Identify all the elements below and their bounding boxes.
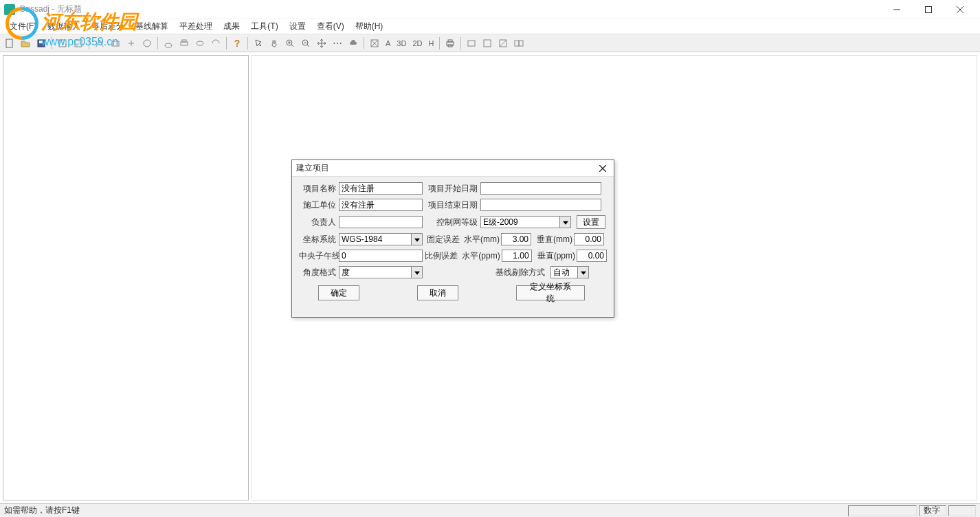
label-fixed-error: 固定误差 — [423, 234, 463, 245]
label-h-mm: 水平(mm) — [463, 234, 501, 245]
tree-panel[interactable] — [3, 55, 249, 500]
app-icon — [4, 4, 15, 15]
svg-rect-13 — [182, 40, 186, 42]
svg-point-11 — [165, 43, 172, 47]
svg-rect-22 — [484, 40, 491, 47]
svg-rect-6 — [39, 41, 43, 43]
print2-icon[interactable] — [443, 36, 457, 50]
label-project-name: 项目名称 — [299, 183, 339, 195]
input-start-date[interactable] — [480, 182, 601, 195]
label-v-mm: 垂直(mm) — [531, 234, 574, 245]
svg-rect-8 — [75, 40, 82, 47]
tb-icon-1[interactable] — [56, 36, 69, 50]
label-coord-sys: 坐标系统 — [299, 234, 339, 245]
dialog-title: 建立项目 — [296, 162, 596, 174]
help-icon[interactable]: ? — [230, 36, 244, 50]
save-file-icon[interactable] — [34, 36, 48, 50]
menu-settings[interactable]: 设置 — [284, 19, 311, 34]
tb-icon-3[interactable] — [93, 36, 107, 50]
input-scale-v[interactable] — [577, 250, 607, 262]
rect-icon-2[interactable] — [480, 36, 494, 50]
input-fixed-v[interactable] — [574, 233, 604, 245]
tb-icon-6[interactable] — [140, 36, 154, 50]
menu-baseline[interactable]: 基线解算 — [130, 19, 174, 34]
new-file-icon[interactable] — [3, 36, 16, 50]
window-title: Gnssadj - 无标题 — [19, 3, 881, 15]
open-file-icon[interactable] — [19, 36, 32, 50]
minimize-button[interactable] — [881, 0, 913, 19]
tb-icon-8[interactable] — [193, 36, 207, 50]
input-fixed-h[interactable] — [501, 233, 531, 245]
ok-button[interactable]: 确定 — [318, 285, 359, 300]
tb-icon-2[interactable] — [71, 36, 85, 50]
rect-icon-1[interactable] — [465, 36, 478, 50]
input-construction-unit[interactable] — [339, 199, 423, 211]
toolbar-separator — [460, 37, 461, 50]
maximize-button[interactable] — [913, 0, 944, 19]
menu-post-diff[interactable]: 事后差分 — [86, 19, 130, 34]
tb-icon-7[interactable] — [162, 36, 175, 50]
tb-icon-dot[interactable]: ⋯ — [331, 36, 344, 50]
menu-view[interactable]: 查看(V) — [311, 19, 350, 34]
label-start-date: 项目开始日期 — [423, 183, 480, 195]
tb-icon-9[interactable] — [209, 36, 223, 50]
menu-result[interactable]: 成果 — [218, 19, 245, 34]
toolbar-separator — [157, 37, 158, 50]
label-responsible: 负责人 — [299, 217, 339, 228]
tb-label-a[interactable]: A — [383, 39, 392, 47]
combo-coord-sys[interactable]: WGS-1984 — [339, 233, 423, 245]
input-project-name[interactable] — [339, 182, 423, 195]
toolbar-separator — [89, 37, 89, 50]
zoom-out-icon[interactable] — [299, 36, 313, 50]
svg-point-10 — [144, 40, 151, 47]
close-button[interactable] — [944, 0, 976, 19]
toolbar-separator — [226, 37, 227, 50]
status-cell-3 — [948, 505, 976, 516]
tb-icon-cloud[interactable] — [346, 36, 360, 50]
tb-label-3d[interactable]: 3D — [394, 39, 408, 47]
pointer-icon[interactable] — [252, 36, 265, 50]
svg-rect-19 — [448, 40, 452, 42]
label-central-meridian: 中央子午线 — [299, 250, 339, 262]
zoom-in-icon[interactable] — [283, 36, 297, 50]
toolbar-separator — [52, 37, 52, 50]
combo-angle-format[interactable]: 度 — [339, 266, 423, 278]
input-responsible[interactable] — [339, 216, 423, 228]
input-central-meridian[interactable] — [339, 250, 423, 262]
menu-tools[interactable]: 工具(T) — [245, 19, 283, 34]
pan-icon[interactable] — [315, 36, 328, 50]
tb-label-2d[interactable]: 2D — [410, 39, 424, 47]
menu-bar: 文件(F) 数据输入 事后差分 基线解算 平差处理 成果 工具(T) 设置 查看… — [0, 19, 980, 34]
svg-rect-12 — [181, 42, 188, 45]
menu-help[interactable]: 帮助(H) — [350, 19, 389, 34]
status-bar: 如需帮助，请按F1键 数字 — [0, 503, 980, 517]
menu-data-input[interactable]: 数据输入 — [42, 19, 86, 34]
print-icon[interactable] — [177, 36, 191, 50]
input-end-date[interactable] — [480, 199, 601, 211]
settings-button[interactable]: 设置 — [577, 215, 605, 229]
rect-icon-3[interactable] — [496, 36, 510, 50]
label-scale-error: 比例误差 — [423, 250, 460, 262]
tb-icon-box[interactable] — [368, 36, 381, 50]
dialog-close-button[interactable] — [596, 162, 610, 175]
rect-icon-4[interactable] — [512, 36, 526, 50]
combo-network-grade[interactable]: E级-2009 — [480, 216, 571, 228]
label-construction-unit: 施工单位 — [299, 199, 339, 211]
tb-icon-4[interactable] — [109, 36, 122, 50]
label-angle-format: 角度格式 — [299, 267, 339, 278]
cancel-button[interactable]: 取消 — [417, 285, 458, 300]
status-help-text: 如需帮助，请按F1键 — [4, 505, 846, 516]
create-project-dialog: 建立项目 项目名称 项目开始日期 施工单位 项目结束日期 负责人 控制网等级 E… — [291, 160, 614, 318]
toolbar: ? ⋯ A 3D 2D H — [0, 34, 980, 52]
hand-icon[interactable] — [267, 36, 281, 50]
tb-icon-5[interactable] — [124, 36, 138, 50]
input-scale-h[interactable] — [502, 250, 532, 262]
define-coord-button[interactable]: 定义坐标系统 — [516, 285, 585, 300]
tb-label-h[interactable]: H — [426, 39, 436, 47]
menu-file[interactable]: 文件(F) — [4, 19, 42, 34]
svg-rect-24 — [515, 41, 519, 46]
menu-adjustment[interactable]: 平差处理 — [174, 19, 218, 34]
label-h-ppm: 水平(ppm) — [460, 250, 501, 262]
svg-rect-25 — [519, 41, 523, 46]
combo-baseline-remove[interactable]: 自动 — [550, 266, 589, 278]
